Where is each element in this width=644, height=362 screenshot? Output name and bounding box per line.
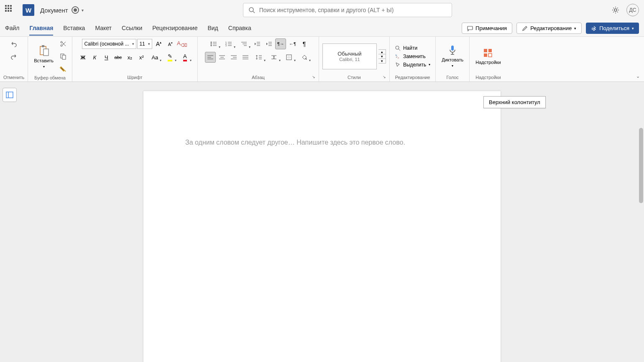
shrink-font-button[interactable]: A▾ <box>165 38 176 49</box>
redo-button[interactable] <box>8 51 19 62</box>
font-size-combo[interactable]: 11▾ <box>137 39 152 49</box>
style-expand[interactable]: ▾ <box>378 59 386 63</box>
styles-dialog-launcher[interactable]: ↘ <box>383 75 388 80</box>
clear-format-button[interactable]: A⌫ <box>176 38 187 49</box>
style-sub-label: Calibri, 11 <box>339 57 360 62</box>
shading-button[interactable]: ▾ <box>297 52 311 63</box>
borders-button[interactable]: ▾ <box>282 52 296 63</box>
clipboard-icon <box>38 45 49 56</box>
paste-label: Вставить <box>34 58 54 63</box>
dictate-button[interactable]: Диктовать ▾ <box>439 43 466 69</box>
change-case-button[interactable]: Aa▾ <box>148 52 162 63</box>
select-button[interactable]: Выделить ▾ <box>393 61 432 69</box>
search-icon <box>248 7 255 13</box>
tab-references[interactable]: Ссылки <box>122 21 142 36</box>
font-color-button[interactable]: A▾ <box>178 52 192 63</box>
svg-point-12 <box>211 43 212 45</box>
italic-button[interactable]: К <box>89 52 100 63</box>
tab-insert[interactable]: Вставка <box>63 21 85 36</box>
navigation-pane-button[interactable] <box>3 88 17 102</box>
paste-button[interactable]: Вставить ▾ <box>31 43 56 70</box>
addins-button[interactable]: Надстройки <box>473 46 503 66</box>
search-box[interactable] <box>243 3 452 17</box>
undo-icon <box>10 40 18 48</box>
header-region-tag[interactable]: Верхний колонтитул <box>483 96 546 108</box>
style-name-label: Обычный <box>337 51 361 57</box>
bullets-icon <box>210 41 217 47</box>
brush-icon <box>60 66 66 72</box>
bold-button[interactable]: Ж <box>77 52 88 63</box>
align-left-button[interactable] <box>205 52 216 63</box>
undo-button[interactable] <box>8 38 19 49</box>
ltr-button[interactable]: ¶→ <box>275 38 286 49</box>
svg-rect-59 <box>488 49 492 52</box>
scrollbar-thumb[interactable] <box>639 128 643 203</box>
vertical-scrollbar[interactable] <box>638 82 644 362</box>
align-center-button[interactable] <box>217 52 227 63</box>
paragraph-spacing-button[interactable]: ▾ <box>267 52 281 63</box>
nav-pane-icon <box>6 91 13 99</box>
word-app-icon: W <box>23 4 34 16</box>
style-gallery-scroll: ▴ ▾ ▾ <box>378 49 386 64</box>
share-button[interactable]: Поделиться ▾ <box>586 23 639 34</box>
highlight-button[interactable]: ✎▾ <box>163 52 177 63</box>
svg-rect-61 <box>488 54 492 57</box>
subscript-button[interactable]: x₂ <box>124 52 135 63</box>
style-normal[interactable]: Обычный Calibri, 11 <box>322 43 377 69</box>
align-right-icon <box>231 55 237 60</box>
replace-button[interactable]: bc Заменить <box>393 53 432 60</box>
svg-text:b: b <box>396 54 397 56</box>
voice-group: Диктовать ▾ Голос <box>436 37 470 82</box>
cursor-icon <box>395 62 401 68</box>
document-title[interactable]: Документ <box>40 7 68 14</box>
svg-text:3: 3 <box>225 44 227 47</box>
copy-button[interactable] <box>58 51 69 62</box>
svg-rect-10 <box>62 55 66 59</box>
underline-button[interactable]: Ч <box>101 52 112 63</box>
format-painter-button[interactable] <box>58 64 69 74</box>
line-spacing-icon <box>256 54 262 60</box>
app-launcher-icon[interactable] <box>5 5 15 15</box>
editing-mode-button[interactable]: Редактирование ▾ <box>516 23 582 34</box>
cut-button[interactable] <box>58 38 69 49</box>
font-name-combo[interactable]: Calibri (основной ...▾ <box>82 39 136 49</box>
svg-point-8 <box>61 41 62 43</box>
tab-file[interactable]: Файл <box>5 21 19 36</box>
mic-icon <box>448 45 457 56</box>
increase-indent-button[interactable] <box>263 38 274 49</box>
tab-layout[interactable]: Макет <box>95 21 112 36</box>
chevron-down-icon: ▾ <box>429 63 430 66</box>
rtl-button[interactable]: ←¶ <box>287 38 298 49</box>
bullets-button[interactable]: ▾ <box>207 38 221 49</box>
numbering-button[interactable]: 123▾ <box>222 38 236 49</box>
search-input[interactable] <box>259 7 447 13</box>
justify-button[interactable] <box>240 52 251 63</box>
find-button[interactable]: Найти <box>393 44 432 52</box>
align-right-button[interactable] <box>228 52 239 63</box>
style-scroll-down[interactable]: ▾ <box>378 54 386 59</box>
tab-home[interactable]: Главная <box>29 21 53 36</box>
save-status-icon[interactable] <box>72 6 79 14</box>
user-avatar[interactable]: ДС <box>626 4 639 16</box>
addins-group: Надстройки Надстройки <box>470 37 506 82</box>
grow-font-button[interactable]: A▴ <box>153 38 164 49</box>
strikethrough-button[interactable]: abc <box>112 52 123 63</box>
tab-view[interactable]: Вид <box>207 21 218 36</box>
show-marks-button[interactable]: ¶ <box>299 38 309 49</box>
ribbon-collapse-button[interactable]: ⌄ <box>636 74 640 79</box>
paragraph-dialog-launcher[interactable]: ↘ <box>312 75 317 80</box>
decrease-indent-button[interactable] <box>252 38 263 49</box>
document-canvas[interactable]: За одним словом следует другое… Напишите… <box>0 82 644 362</box>
superscript-button[interactable]: x² <box>136 52 147 63</box>
tab-help[interactable]: Справка <box>228 21 251 36</box>
settings-button[interactable] <box>611 6 620 14</box>
document-page[interactable]: За одним словом следует другое… Напишите… <box>143 91 501 362</box>
tab-review[interactable]: Рецензирование <box>152 21 197 36</box>
line-spacing-button[interactable]: ▾ <box>252 52 266 63</box>
ribbon-tabs: Файл Главная Вставка Макет Ссылки Реценз… <box>0 20 644 37</box>
comments-button[interactable]: Примечания <box>462 23 512 34</box>
multilevel-button[interactable]: ▾ <box>237 38 251 49</box>
svg-text:c: c <box>398 56 399 59</box>
style-scroll-up[interactable]: ▴ <box>378 50 386 54</box>
scissors-icon <box>60 41 66 47</box>
